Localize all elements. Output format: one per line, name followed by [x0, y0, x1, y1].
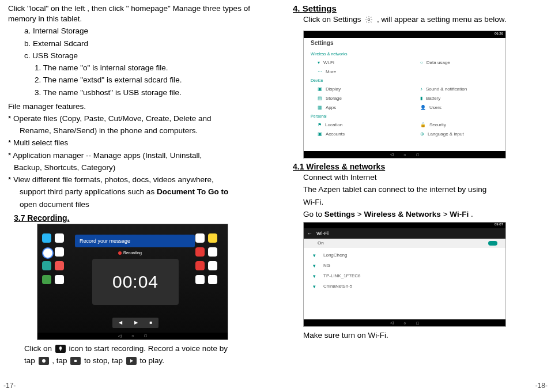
settings-screenshot: 06:26 Settings Wireless & networks ▾Wi-F… [303, 31, 506, 159]
android-navbar: ◁○□ [37, 333, 228, 340]
recording-screenshot: Record your message Recording 00:04 ◀▶■ … [37, 224, 228, 340]
list-1: 1. The name "o" is internal storage file… [8, 63, 267, 73]
list-a: a. Internal Storage [8, 26, 267, 36]
row-location: ⚑Location🔒Security [318, 122, 500, 127]
feature-3a: * Application manager -- Manage apps (In… [8, 150, 267, 161]
row-wifi: ▾Wi-Fi○Data usage [318, 60, 500, 65]
svg-point-2 [42, 359, 46, 363]
intro-text: Click "local" on the left , then click "… [8, 3, 267, 24]
features-title: File manager features. [8, 101, 267, 112]
recording-text-2d: to play. [139, 356, 164, 365]
recording-text-2a: tap [24, 356, 37, 365]
feature-4b-bold: Document To Go to [157, 187, 228, 196]
svg-point-5 [368, 19, 371, 21]
svg-rect-0 [59, 346, 62, 350]
recording-text-1b: icon to start recording. Record a voice … [69, 344, 228, 353]
settings-header: Settings [304, 38, 505, 48]
recording-text-2: tap , tap to stop, tap to play. [8, 356, 267, 366]
android-navbar-2: ◁○□ [304, 151, 505, 158]
category-personal: Personal [311, 114, 327, 118]
page-18: 4. Settings Click on Settings , will app… [276, 0, 551, 392]
wifi-on-row: On [304, 239, 505, 248]
play-icon [126, 357, 137, 365]
network-3: TP-LINK_1F7EC6 [323, 273, 360, 278]
recording-controls: ◀▶■ [112, 318, 158, 328]
feature-1b: Rename, Share/Send) in the phone and com… [8, 126, 267, 136]
wifi-header: Wi-Fi [304, 228, 505, 239]
s41-line-d: Go to Settings > Wireless & Networks > W… [287, 209, 545, 220]
android-navbar-3: ◁○□ [304, 319, 505, 326]
s41-line-c: Wi-Fi. [287, 197, 545, 208]
s41-line-a: Connect with Internet [287, 172, 545, 183]
wifi-note: Make sure turn on Wi-Fi. [287, 330, 545, 341]
section-4-1-title: 4.1 Wireless & networks [293, 162, 545, 171]
row-more: ⋯More [318, 69, 500, 74]
feature-3b: Backup, Shortcuts, Category) [8, 163, 267, 173]
row-accounts: ▣Accounts⊕Language & input [318, 131, 500, 137]
wifi-toggle-icon [488, 241, 497, 246]
network-2: NG [323, 263, 330, 268]
section-4-text-a: Click on Settings [303, 15, 363, 24]
section-3-7-title: 3.7 Recording. [14, 213, 267, 223]
recording-timer: 00:04 [92, 259, 179, 305]
s41-line-b: The Azpen tablet can connect to the inte… [287, 184, 545, 195]
list-3: 3. The name "usbhost" is USB storage fil… [8, 88, 267, 98]
network-1: LongCheng [323, 252, 347, 258]
network-4: ChinaNetSn-5 [323, 284, 352, 289]
recording-text-2c: to stop, tap [84, 356, 125, 365]
svg-marker-4 [130, 359, 133, 363]
list-c: c. USB Storage [8, 51, 267, 61]
feature-2: * Multi select files [8, 138, 267, 148]
settings-gear-icon [364, 15, 373, 24]
section-4-title: 4. Settings [293, 3, 545, 13]
page-number-17: -17- [3, 382, 16, 390]
statusbar-clock: 06:26 [495, 32, 503, 35]
row-storage: ▤Storage▮Battery [318, 96, 500, 101]
stop-icon [70, 357, 81, 365]
record-icon [55, 345, 66, 353]
category-wireless: Wireless & networks [311, 52, 347, 56]
svg-rect-3 [74, 360, 77, 362]
category-device: Device [311, 78, 323, 82]
tap-record-icon [39, 357, 49, 365]
row-apps: ▦Apps👤Users [318, 105, 500, 110]
list-2: 2. The name "extsd" is external sdcard f… [8, 75, 267, 85]
app-icons-left [42, 233, 70, 285]
recording-bar: Record your message [75, 235, 195, 247]
section-4-text: Click on Settings , will appear a settin… [287, 14, 545, 25]
app-icons-right [195, 233, 223, 285]
recording-text-1: Click on icon to start recording. Record… [8, 344, 267, 354]
feature-4c: open document files [8, 199, 267, 210]
page-17: Click "local" on the left , then click "… [0, 0, 276, 392]
feature-1a: * Operate files (Copy, Paste, Cut/Move, … [8, 114, 267, 124]
feature-4a: * View different file formats, photos, d… [8, 175, 267, 185]
row-display: ▣Display♪Sound & notification [318, 86, 500, 92]
page-number-18: -18- [535, 382, 548, 390]
section-4-text-b: , will appear a setting menu as below. [377, 15, 506, 24]
recording-text-1a: Click on [24, 344, 54, 353]
feature-4b-text: support third party applications such as [20, 187, 157, 196]
recording-text-2b: , tap [52, 356, 69, 365]
statusbar-clock-2: 09:07 [495, 223, 503, 226]
wifi-screenshot: 09:07 Wi-Fi On ▾LongCheng ▾NG ▾TP-LINK_1… [303, 222, 506, 327]
feature-4b: support third party applications such as… [8, 187, 267, 197]
recording-label: Recording [118, 251, 142, 255]
list-b: b. External Sdcard [8, 39, 267, 49]
